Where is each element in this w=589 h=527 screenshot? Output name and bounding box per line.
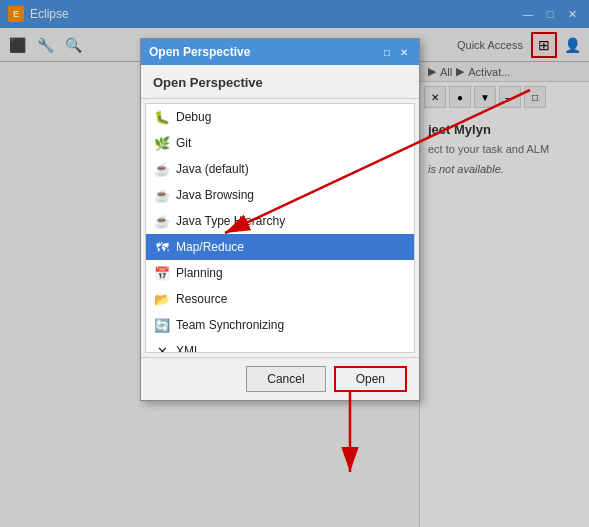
dialog-restore-button[interactable]: □ (380, 45, 394, 59)
planning-label: Planning (176, 266, 223, 280)
dialog-header: Open Perspective (141, 65, 419, 99)
list-item-planning[interactable]: 📅Planning (146, 260, 414, 286)
cancel-button[interactable]: Cancel (246, 366, 325, 392)
java-default-label: Java (default) (176, 162, 249, 176)
open-perspective-dialog: Open Perspective □ ✕ Open Perspective 🐛D… (140, 38, 420, 401)
list-item-java-default[interactable]: ☕Java (default) (146, 156, 414, 182)
java-default-icon: ☕ (154, 161, 170, 177)
modal-overlay: Open Perspective □ ✕ Open Perspective 🐛D… (0, 0, 589, 527)
dialog-close-button[interactable]: ✕ (397, 45, 411, 59)
map-reduce-label: Map/Reduce (176, 240, 244, 254)
planning-icon: 📅 (154, 265, 170, 281)
list-item-java-type-hierarchy[interactable]: ☕Java Type Hierarchy (146, 208, 414, 234)
java-type-hierarchy-label: Java Type Hierarchy (176, 214, 285, 228)
dialog-footer: Cancel Open (141, 357, 419, 400)
map-reduce-icon: 🗺 (154, 239, 170, 255)
java-type-hierarchy-icon: ☕ (154, 213, 170, 229)
dialog-header-text: Open Perspective (153, 75, 263, 90)
git-icon: 🌿 (154, 135, 170, 151)
list-item-java-browsing[interactable]: ☕Java Browsing (146, 182, 414, 208)
dialog-titlebar: Open Perspective □ ✕ (141, 39, 419, 65)
debug-icon: 🐛 (154, 109, 170, 125)
debug-label: Debug (176, 110, 211, 124)
open-button[interactable]: Open (334, 366, 407, 392)
dialog-titlebar-icons: □ ✕ (380, 45, 411, 59)
list-item-debug[interactable]: 🐛Debug (146, 104, 414, 130)
resource-label: Resource (176, 292, 227, 306)
list-item-map-reduce[interactable]: 🗺Map/Reduce (146, 234, 414, 260)
list-item-xml[interactable]: ✕XML (146, 338, 414, 353)
team-synchronizing-icon: 🔄 (154, 317, 170, 333)
list-item-team-synchronizing[interactable]: 🔄Team Synchronizing (146, 312, 414, 338)
java-browsing-label: Java Browsing (176, 188, 254, 202)
dialog-title: Open Perspective (149, 45, 380, 59)
list-item-git[interactable]: 🌿Git (146, 130, 414, 156)
perspective-list[interactable]: 🐛Debug🌿Git☕Java (default)☕Java Browsing☕… (145, 103, 415, 353)
git-label: Git (176, 136, 191, 150)
list-item-resource[interactable]: 📂Resource (146, 286, 414, 312)
java-browsing-icon: ☕ (154, 187, 170, 203)
team-synchronizing-label: Team Synchronizing (176, 318, 284, 332)
resource-icon: 📂 (154, 291, 170, 307)
xml-label: XML (176, 344, 201, 353)
xml-icon: ✕ (154, 343, 170, 353)
